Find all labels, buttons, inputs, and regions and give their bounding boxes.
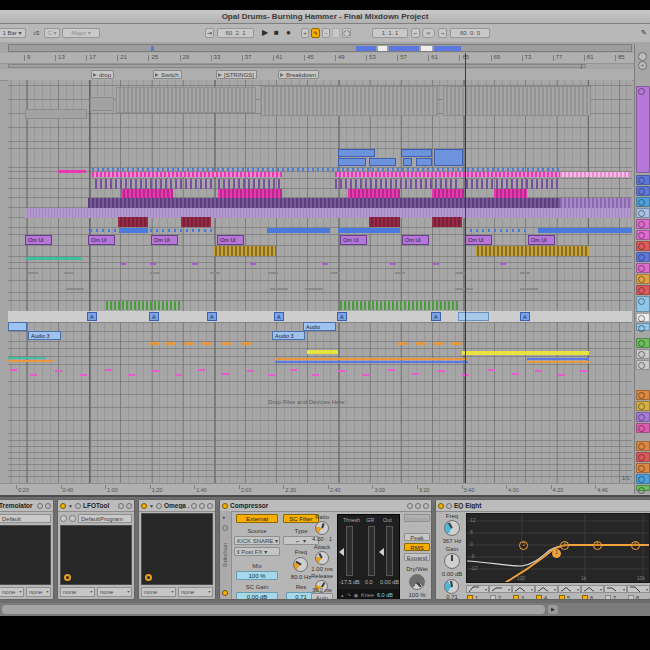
scale-name-menu[interactable]: Major ▾ [62, 28, 100, 38]
clip-segment[interactable] [338, 228, 400, 233]
track-header-tab[interactable] [636, 274, 650, 284]
track-unfold-icon[interactable] [638, 287, 645, 294]
clip-segment[interactable] [90, 97, 114, 111]
clip-segment[interactable] [25, 208, 632, 218]
track-unfold-icon[interactable] [638, 254, 645, 261]
eq-band-toggle[interactable] [536, 595, 542, 600]
save-preset-icon[interactable] [69, 515, 76, 522]
collapse-icon[interactable] [45, 503, 51, 509]
eq-freq-knob[interactable] [444, 520, 460, 536]
clip-segment[interactable] [92, 172, 282, 177]
track-unfold-icon[interactable] [638, 210, 645, 217]
clip-segment[interactable] [335, 172, 560, 177]
clip-segment[interactable] [106, 301, 182, 310]
track-header-tab[interactable] [636, 219, 650, 229]
param-map-select[interactable]: none▾ [0, 587, 24, 597]
tempo-follower-icon[interactable]: ♪≡ [33, 27, 40, 39]
threshold-slider[interactable] [339, 548, 344, 556]
wrench-icon[interactable] [156, 503, 162, 509]
quantize-menu[interactable]: 1 Bar ▾ [0, 28, 26, 38]
plugin-display[interactable] [0, 525, 51, 585]
clip-segment[interactable] [275, 358, 468, 360]
clip-segment[interactable] [275, 361, 468, 363]
eq-band-shape-select[interactable]: ▾ [466, 585, 489, 593]
collapsed-view-icon[interactable]: ◉ [354, 592, 358, 598]
param-map-select[interactable]: none▾ [26, 587, 51, 597]
clip-segment[interactable] [458, 312, 489, 321]
locator-marker[interactable]: drop [91, 70, 114, 79]
track-unfold-icon[interactable] [638, 403, 645, 410]
device-lfotool[interactable]: ▼ LFOTool DefaultProgram none▾ none▾ [57, 499, 135, 600]
add-track-icon[interactable]: + [638, 61, 647, 70]
clip[interactable]: Om Ul [151, 235, 178, 245]
track-unfold-icon[interactable] [638, 351, 645, 358]
track-unfold-icon[interactable] [638, 188, 645, 195]
attack-knob[interactable] [315, 551, 329, 565]
track-header-tab[interactable] [636, 230, 650, 240]
capture-midi-button[interactable]: ◯ [342, 28, 351, 38]
clip-segment[interactable] [462, 351, 589, 355]
clip-segment[interactable] [95, 179, 215, 189]
clip[interactable]: A [337, 312, 347, 321]
eq-band-shape-select[interactable]: ▾ [512, 585, 535, 593]
eq-band-shape-select[interactable]: ▾ [489, 585, 512, 593]
track-header-tab[interactable] [636, 323, 650, 331]
mix-slider[interactable]: 100 % [236, 571, 278, 580]
clip-segment[interactable] [8, 311, 632, 322]
clip-segment[interactable] [25, 257, 82, 260]
track-unfold-icon[interactable] [638, 276, 645, 283]
clip[interactable]: Audio 3 [272, 331, 305, 340]
clip-segment[interactable] [335, 179, 460, 189]
clip-segment[interactable] [90, 229, 118, 232]
track-unfold-icon[interactable] [638, 465, 645, 472]
eq-band-node[interactable]: 3 [519, 541, 528, 550]
clip-segment[interactable] [475, 246, 589, 256]
device-activator[interactable] [141, 503, 147, 509]
eq-band-toggle[interactable] [605, 595, 611, 600]
track-header-tab[interactable] [636, 296, 650, 312]
clip-segment[interactable] [560, 172, 630, 177]
clip-segment[interactable] [116, 87, 256, 113]
loop-start-field[interactable]: 1. 1. 1 [372, 28, 408, 38]
eq-band-shape-select[interactable]: ▾ [604, 585, 627, 593]
track-header-tab[interactable] [636, 186, 650, 196]
sidechain-led[interactable] [222, 590, 228, 596]
sc-gain-slider[interactable]: 0.00 dB [236, 592, 278, 600]
param-map-select[interactable]: none▾ [141, 587, 176, 597]
track-unfold-icon[interactable] [638, 487, 645, 494]
collapse-icon[interactable] [126, 503, 132, 509]
track-unfold-icon[interactable] [638, 392, 645, 399]
beat-time-ruler[interactable]: 913172125293337414549535761656973778185 [0, 53, 650, 64]
scale-root-menu[interactable]: C ▾ [44, 28, 60, 38]
preset-name-field[interactable]: DefaultProgram [78, 514, 132, 523]
track-unfold-icon[interactable] [638, 476, 645, 483]
clip-segment[interactable] [150, 229, 214, 232]
clip-segment[interactable] [121, 189, 173, 198]
track-unfold-icon[interactable] [638, 443, 645, 450]
device-scrollbar[interactable] [2, 605, 545, 614]
clip-segment[interactable] [401, 149, 432, 157]
eq-band-node[interactable]: 6 [631, 541, 640, 550]
loop-selection-button[interactable] [332, 28, 340, 38]
clip-segment[interactable] [8, 357, 46, 359]
eq-band-toggle[interactable] [490, 595, 496, 600]
automation-arm-button[interactable]: ✎ [311, 28, 320, 38]
clip[interactable]: A [274, 312, 284, 321]
track-header-tab[interactable] [636, 313, 650, 322]
clip-segment[interactable] [432, 189, 464, 198]
reenable-automation-button[interactable]: + [322, 28, 330, 38]
device-omega[interactable]: ▼ Omega ... none▾ none▾ [138, 499, 216, 600]
clip[interactable]: A [87, 312, 97, 321]
clip[interactable]: A [520, 312, 530, 321]
track-unfold-icon[interactable] [638, 265, 645, 272]
headphone-icon[interactable] [222, 525, 228, 531]
clip-segment[interactable] [267, 228, 330, 233]
eq-band-toggle[interactable] [559, 595, 565, 600]
eq-band-toggle[interactable] [628, 595, 634, 600]
drywet-knob[interactable] [409, 574, 425, 590]
external-toggle[interactable]: External [236, 514, 278, 523]
track-header-tab[interactable] [636, 263, 650, 273]
eq-band-toggle[interactable] [582, 595, 588, 600]
device-activator[interactable] [60, 503, 66, 509]
clip-segment[interactable] [494, 189, 527, 198]
